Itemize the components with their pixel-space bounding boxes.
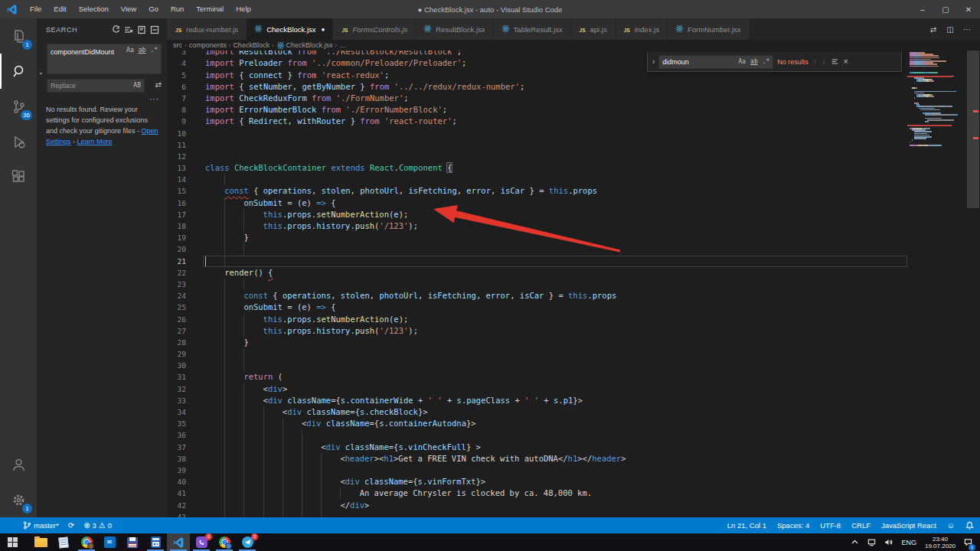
tab-checkblock-jsx[interactable]: CheckBlock.jsx● [247, 18, 333, 40]
tab-index-js[interactable]: JSindex.js [616, 18, 668, 40]
find-whole-word-icon[interactable]: ab [750, 58, 759, 65]
menu-help[interactable]: Help [230, 0, 257, 18]
menu-file[interactable]: File [24, 0, 47, 18]
find-regex-icon[interactable]: .* [762, 58, 771, 65]
menu-run[interactable]: Run [165, 0, 190, 18]
minimize-button[interactable]: – [911, 0, 934, 18]
taskbar-chrome-icon[interactable] [75, 533, 98, 551]
close-button[interactable]: ✕ [957, 0, 980, 18]
match-case-icon[interactable]: Aa [126, 47, 135, 54]
taskbar-vscode-icon[interactable] [167, 533, 190, 551]
replace-input[interactable]: Replace AB [47, 79, 145, 93]
find-match-case-icon[interactable]: Aa [737, 58, 746, 65]
breadcrumb-item-components[interactable]: components [189, 41, 227, 49]
tab-api-js[interactable]: JSapi.js [571, 18, 616, 40]
activity-explorer-icon[interactable]: 1 [0, 18, 37, 54]
activity-account-icon[interactable] [0, 447, 37, 482]
notifications-button[interactable] [965, 521, 974, 530]
indent-guide [224, 465, 225, 476]
activity-run-debug-icon[interactable] [0, 124, 37, 159]
activity-settings-icon[interactable]: 1 [0, 482, 37, 517]
react-file-icon [675, 24, 684, 34]
activity-source-control-icon[interactable]: 36 [0, 89, 37, 124]
taskbar-chrome-profile-icon[interactable] [213, 533, 236, 551]
taskbar-file-explorer-icon[interactable] [29, 533, 52, 551]
code-line-28: 28} [167, 337, 980, 348]
tab-formscontrols-js[interactable]: JSFormsControls.js [333, 18, 416, 40]
feedback-button[interactable]: ☺ [947, 521, 955, 530]
menu-selection[interactable]: Selection [73, 0, 115, 18]
split-editor-icon[interactable]: ◫ [942, 25, 959, 34]
minimap-error-marker [907, 125, 952, 126]
action-center-icon[interactable]: 1 [964, 536, 972, 549]
network-icon[interactable] [867, 538, 876, 546]
open-changes-icon[interactable]: ⇄ [925, 25, 942, 34]
indent-guide [224, 429, 225, 441]
refresh-icon[interactable] [109, 24, 122, 37]
code-editor[interactable]: 3import ResultBlock from '../ResultBlock… [167, 51, 980, 517]
scrollbar-thumb[interactable] [967, 51, 979, 208]
start-button[interactable] [0, 533, 24, 551]
tray-chevron-up-icon[interactable] [851, 536, 859, 549]
more-actions-icon[interactable]: ··· [959, 25, 975, 34]
taskbar-telegram-icon[interactable]: 2 [236, 533, 259, 551]
preserve-case-icon[interactable]: AB [132, 82, 142, 89]
errors-icon: ⊗ [83, 522, 90, 530]
taskbar-floppy-app-icon[interactable] [121, 533, 144, 551]
minimap[interactable] [907, 51, 966, 517]
code-line-26: 26this.props.setNumberAction(e); [167, 314, 980, 325]
find-in-selection-icon[interactable] [831, 57, 839, 66]
tab-label: FormNumber.jsx [688, 25, 741, 34]
language-mode[interactable]: JavaScript React [881, 521, 936, 530]
activity-extensions-icon[interactable] [0, 159, 37, 194]
toggle-replace-chevron-icon[interactable]: ⌄ [38, 69, 46, 76]
encoding-setting[interactable]: UTF-8 [820, 521, 841, 530]
find-input[interactable]: didmoun Aa ab .* [658, 55, 773, 69]
editor-scrollbar[interactable] [966, 51, 980, 517]
line-col-text: Ln 21, Col 1 [727, 521, 766, 530]
restore-button[interactable]: ▢ [934, 0, 957, 18]
menu-view[interactable]: View [115, 0, 142, 18]
activity-search-icon[interactable] [0, 54, 37, 89]
tab-formnumber-jsx[interactable]: FormNumber.jsx [668, 18, 750, 40]
taskbar-notepad-icon[interactable] [52, 533, 75, 551]
search-details-toggle[interactable]: ··· [149, 95, 159, 103]
taskbar-viber-icon[interactable]: 2 [190, 533, 213, 551]
volume-icon[interactable] [884, 538, 893, 546]
clock[interactable]: 23:40 19.07.2020 [925, 536, 956, 549]
clear-results-icon[interactable] [122, 24, 135, 37]
git-branch-indicator[interactable]: master* [23, 521, 59, 530]
whole-word-icon[interactable]: ab [138, 47, 147, 54]
menu-go[interactable]: Go [142, 0, 165, 18]
sync-changes-button[interactable]: ⟳ [68, 521, 74, 530]
cursor-position[interactable]: Ln 21, Col 1 [727, 521, 766, 530]
indentation-setting[interactable]: Spaces: 4 [777, 521, 809, 530]
find-next-button[interactable]: ↓ [822, 57, 827, 66]
taskbar-mail-icon[interactable]: ✉ [98, 533, 121, 551]
tab-resultblock-jsx[interactable]: ResultBlock.jsx [416, 18, 493, 40]
problems-indicator[interactable]: ⊗ 3 ⚠ 0 [83, 521, 112, 530]
taskbar-calculator-icon[interactable] [144, 533, 167, 551]
code-line-33: 33<div className={s.containerWide + ' ' … [167, 395, 980, 406]
new-search-editor-icon[interactable] [135, 24, 148, 37]
breadcrumb-item-[interactable]: … [339, 41, 346, 49]
keyboard-language[interactable]: ENG [901, 539, 916, 546]
replace-all-button[interactable]: ⇄ [155, 80, 162, 89]
breadcrumb-item-checkblock[interactable]: CheckBlock [233, 41, 270, 49]
menu-terminal[interactable]: Terminal [190, 0, 230, 18]
encoding-text: UTF-8 [820, 521, 841, 530]
find-previous-button[interactable]: ↑ [812, 57, 818, 66]
find-expand-chevron-icon[interactable]: › [652, 57, 655, 66]
search-input[interactable]: componentDidMount Aa ab .* [47, 44, 162, 74]
tab-redux-number-js[interactable]: JSredux-number.js [167, 18, 247, 40]
learn-more-link[interactable]: Learn More [77, 138, 113, 145]
find-close-button[interactable]: × [843, 57, 849, 66]
collapse-icon[interactable] [148, 24, 161, 37]
menu-edit[interactable]: Edit [47, 0, 72, 18]
breadcrumb-item-src[interactable]: src [173, 41, 182, 49]
breadcrumb-item-checkblockjsx[interactable]: CheckBlock.jsx [286, 41, 333, 49]
eol-setting[interactable]: CRLF [851, 521, 871, 530]
breadcrumb[interactable]: src›components›CheckBlock›CheckBlock.jsx… [167, 40, 980, 51]
regex-icon[interactable]: .* [149, 47, 158, 54]
tab-tableresult-jsx[interactable]: TableResult.jsx [494, 18, 571, 40]
